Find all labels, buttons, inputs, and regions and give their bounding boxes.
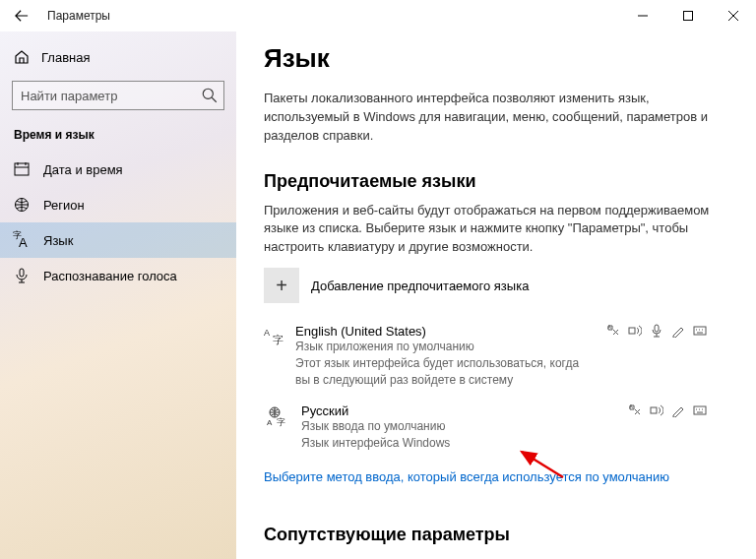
svg-rect-8 [694, 327, 706, 335]
handwriting-icon [671, 404, 685, 417]
svg-rect-7 [655, 325, 659, 332]
language-feature-badges: A [606, 324, 707, 338]
home-link[interactable]: Главная [0, 39, 236, 75]
sidebar-item-label: Распознавание голоса [43, 269, 177, 283]
language-note: Этот язык интерфейса будет использоватьс… [295, 355, 595, 389]
keyboard-icon [693, 404, 707, 417]
keyboard-icon [693, 324, 707, 338]
page-title: Язык [264, 43, 713, 74]
display-lang-icon: A [606, 324, 620, 338]
intro-text: Пакеты локализованного интерфейса позвол… [264, 90, 713, 146]
add-language-label: Добавление предпочитаемого языка [311, 279, 529, 293]
search-box[interactable] [12, 81, 224, 110]
speech-recog-icon [650, 324, 663, 338]
back-arrow-icon [15, 9, 29, 23]
sidebar-item-date-time[interactable]: Дата и время [0, 152, 236, 187]
home-icon [14, 49, 30, 65]
sidebar: Главная Время и язык Дата и время Регион… [0, 31, 236, 559]
language-feature-badges: A [628, 404, 707, 417]
handwriting-icon [671, 324, 685, 338]
maximize-icon [683, 11, 693, 21]
search-input[interactable] [12, 81, 224, 110]
microphone-icon [14, 268, 30, 283]
language-subtitle: Язык приложения по умолчанию [295, 339, 595, 355]
language-name: English (United States) [295, 324, 595, 339]
window-title: Параметры [43, 9, 110, 23]
close-icon [728, 11, 738, 21]
language-glyph-globe-icon: A字 [264, 404, 291, 427]
svg-text:A: A [607, 324, 611, 330]
titlebar: Параметры [0, 0, 756, 31]
text-to-speech-icon [628, 324, 642, 338]
preferred-languages-desc: Приложения и веб-сайты будут отображатьс… [264, 202, 713, 258]
svg-rect-4 [20, 269, 24, 277]
svg-text:字: 字 [277, 417, 285, 427]
add-language-button[interactable]: + Добавление предпочитаемого языка [264, 263, 713, 308]
svg-rect-12 [651, 407, 657, 413]
sidebar-item-label: Язык [43, 233, 73, 248]
svg-rect-2 [15, 163, 29, 175]
default-input-method-link[interactable]: Выберите метод ввода, который всегда исп… [264, 469, 669, 484]
calendar-icon [14, 161, 30, 177]
svg-rect-0 [684, 12, 693, 21]
sidebar-item-label: Дата и время [43, 162, 123, 177]
text-to-speech-icon [650, 404, 663, 417]
plus-icon: + [264, 268, 299, 303]
svg-text:A: A [629, 404, 633, 409]
display-lang-icon: A [628, 404, 642, 417]
related-settings-heading: Сопутствующие параметры [264, 525, 713, 545]
language-item-russian[interactable]: A A字 Русский Язык ввода по умолчанию Язы… [264, 404, 713, 452]
svg-rect-13 [694, 406, 706, 414]
svg-rect-6 [629, 328, 635, 334]
sidebar-group-header: Время и язык [0, 120, 236, 152]
language-a-icon: 字A [14, 232, 30, 248]
minimize-icon [638, 11, 648, 21]
language-item-english[interactable]: A A字 English (United States) Язык прилож… [264, 324, 713, 388]
preferred-languages-heading: Предпочитаемые языки [264, 171, 713, 192]
language-subtitle: Язык ввода по умолчанию [301, 418, 450, 435]
caption-buttons [620, 0, 756, 31]
language-glyph-icon: A字 [264, 324, 285, 347]
content-area: Язык Пакеты локализованного интерфейса п… [236, 31, 756, 559]
svg-text:A: A [267, 418, 273, 427]
close-button[interactable] [711, 0, 756, 31]
svg-point-1 [203, 89, 213, 98]
sidebar-item-region[interactable]: Регион [0, 187, 236, 222]
sidebar-item-speech[interactable]: Распознавание голоса [0, 258, 236, 293]
back-button[interactable] [0, 0, 43, 31]
svg-text:字: 字 [273, 334, 284, 345]
globe-icon [14, 197, 30, 213]
maximize-button[interactable] [665, 0, 711, 31]
search-icon [201, 87, 219, 104]
home-label: Главная [41, 50, 90, 65]
svg-text:A: A [264, 328, 270, 338]
language-name: Русский [301, 404, 450, 418]
sidebar-item-language[interactable]: 字A Язык [0, 222, 236, 258]
language-note: Язык интерфейса Windows [301, 435, 450, 452]
sidebar-item-label: Регион [43, 198, 85, 213]
minimize-button[interactable] [620, 0, 665, 31]
